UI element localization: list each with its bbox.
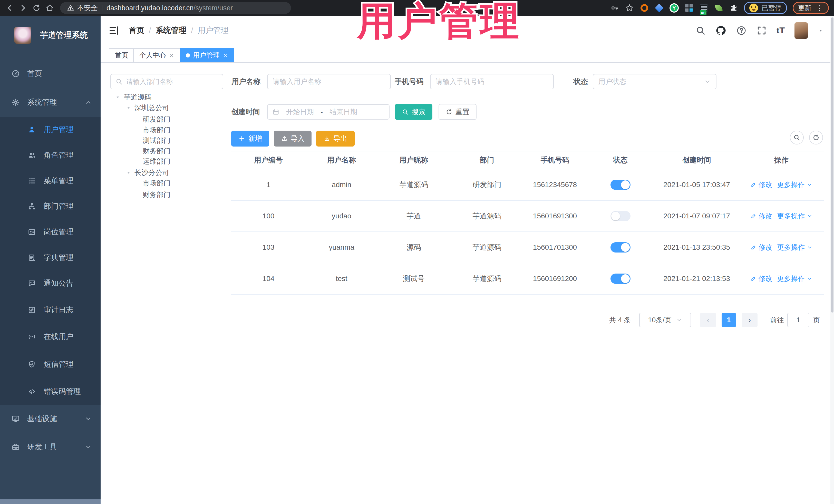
status-select[interactable]: 用户状态 bbox=[593, 74, 717, 89]
browser-update-button[interactable]: 更新 ⋮ bbox=[793, 2, 829, 14]
extension-green-y-icon[interactable]: Y bbox=[670, 3, 679, 13]
tree-expand-icon[interactable] bbox=[126, 170, 131, 176]
goto-page-input[interactable] bbox=[787, 313, 809, 327]
mobile-input[interactable] bbox=[430, 74, 554, 89]
sidebar-item-sms-mgmt[interactable]: 短信管理 bbox=[0, 352, 101, 377]
import-button[interactable]: 导入 bbox=[274, 131, 311, 147]
star-bookmark-icon[interactable] bbox=[625, 3, 634, 13]
tree-node-dept[interactable]: 测试部门 bbox=[143, 135, 170, 146]
address-bar[interactable]: 不安全 dashboard.yudao.iocoder.cn/system/us… bbox=[60, 2, 291, 14]
tree-node-dept[interactable]: 财务部门 bbox=[143, 146, 170, 156]
help-icon[interactable] bbox=[736, 25, 747, 36]
edit-link[interactable]: 修改 bbox=[750, 243, 772, 252]
sidebar-item-role-mgmt[interactable]: 角色管理 bbox=[0, 143, 101, 168]
extension-orange-icon[interactable] bbox=[640, 3, 649, 13]
more-actions-link[interactable]: 更多操作 bbox=[777, 180, 812, 190]
close-icon[interactable] bbox=[223, 53, 228, 58]
sidebar-item-dict-mgmt[interactable]: 字典管理 bbox=[0, 245, 101, 270]
tree-expand-icon[interactable] bbox=[126, 105, 131, 111]
user-avatar[interactable] bbox=[794, 22, 808, 39]
tab-user-mgmt[interactable]: 用户管理 bbox=[180, 48, 234, 62]
browser-back-button[interactable] bbox=[3, 1, 17, 15]
tree-node-company[interactable]: 深圳总公司 bbox=[126, 103, 169, 113]
status-toggle[interactable] bbox=[611, 273, 631, 284]
edit-link[interactable]: 修改 bbox=[750, 212, 772, 221]
browser-reload-button[interactable] bbox=[30, 1, 43, 15]
sidebar-item-online-users[interactable]: 在线用户 bbox=[0, 324, 101, 350]
next-page-button[interactable]: › bbox=[742, 313, 758, 327]
add-button[interactable]: 新增 bbox=[231, 131, 269, 147]
app-logo-row[interactable]: 芋道管理系统 bbox=[0, 21, 101, 49]
tab-profile[interactable]: 个人中心 bbox=[133, 48, 180, 62]
cell-user-id: 103 bbox=[231, 243, 306, 251]
sidebar-item-home[interactable]: 首页 bbox=[0, 61, 101, 86]
export-button[interactable]: 导出 bbox=[316, 131, 355, 147]
font-size-icon[interactable]: tT bbox=[776, 25, 785, 36]
tab-home[interactable]: 首页 bbox=[109, 48, 134, 62]
tree-node-dept[interactable]: 研发部门 bbox=[143, 114, 170, 125]
fullscreen-icon[interactable] bbox=[756, 25, 767, 36]
tree-node-dept[interactable]: 市场部门 bbox=[143, 178, 170, 188]
sidebar-item-menu-mgmt[interactable]: 菜单管理 bbox=[0, 168, 101, 194]
chevron-down-icon bbox=[85, 443, 92, 451]
sidebar-item-notice[interactable]: 通知公告 bbox=[0, 270, 101, 296]
refresh-table-button[interactable] bbox=[809, 131, 823, 145]
tree-expand-icon[interactable] bbox=[115, 94, 120, 100]
dept-search-input[interactable]: 请输入部门名称 bbox=[110, 74, 223, 89]
show-search-toggle-button[interactable] bbox=[790, 131, 804, 145]
username-input[interactable] bbox=[267, 74, 391, 89]
sidebar-item-audit-log[interactable]: 审计日志 bbox=[0, 297, 101, 323]
extension-blue-drop-icon[interactable] bbox=[655, 3, 664, 13]
extension-leaf-icon[interactable] bbox=[714, 3, 723, 13]
search-button[interactable]: 搜索 bbox=[395, 104, 432, 120]
sidebar-item-error-code[interactable]: 错误码管理 bbox=[0, 379, 101, 404]
scrollbar-thumb[interactable] bbox=[831, 18, 833, 312]
status-toggle[interactable] bbox=[611, 180, 631, 190]
browser-forward-button[interactable] bbox=[17, 1, 30, 15]
sidebar-item-dev-tools[interactable]: 研发工具 bbox=[0, 434, 101, 460]
prev-page-button[interactable]: ‹ bbox=[700, 313, 716, 327]
date-range-picker[interactable]: 开始日期 - 结束日期 bbox=[267, 104, 390, 119]
tree-node-root[interactable]: 芋道源码 bbox=[115, 92, 151, 103]
sidebar-item-dept-mgmt[interactable]: 部门管理 bbox=[0, 194, 101, 219]
github-icon[interactable] bbox=[716, 25, 726, 36]
cell-dept: 芋道源码 bbox=[451, 211, 524, 221]
more-actions-link[interactable]: 更多操作 bbox=[777, 274, 812, 283]
breadcrumb-home[interactable]: 首页 bbox=[129, 25, 144, 36]
status-toggle[interactable] bbox=[611, 211, 631, 221]
edit-link[interactable]: 修改 bbox=[750, 274, 772, 283]
header-search-icon[interactable] bbox=[696, 25, 706, 36]
status-select-placeholder: 用户状态 bbox=[598, 77, 626, 86]
extensions-puzzle-icon[interactable] bbox=[729, 3, 738, 13]
status-toggle[interactable] bbox=[611, 242, 631, 253]
sidebar-item-user-mgmt[interactable]: 用户管理 bbox=[0, 117, 101, 143]
caret-down-icon[interactable] bbox=[817, 27, 824, 34]
page-size-select[interactable]: 10条/页 bbox=[639, 313, 691, 327]
sidebar-item-post-mgmt[interactable]: 岗位管理 bbox=[0, 219, 101, 245]
breadcrumb-system[interactable]: 系统管理 bbox=[155, 25, 186, 36]
tree-node-dept[interactable]: 运维部门 bbox=[143, 156, 170, 167]
site-security-chip[interactable]: 不安全 bbox=[67, 3, 98, 13]
cell-nickname: 芋道 bbox=[377, 211, 451, 221]
more-actions-link[interactable]: 更多操作 bbox=[777, 212, 812, 221]
more-actions-link[interactable]: 更多操作 bbox=[777, 243, 812, 252]
pencil-icon bbox=[750, 182, 756, 188]
sidebar-item-system[interactable]: 系统管理 bbox=[0, 90, 101, 115]
extension-list-icon[interactable]: on bbox=[699, 3, 708, 13]
tree-node-branch[interactable]: 长沙分公司 bbox=[126, 167, 169, 178]
tree-node-dept[interactable]: 财务部门 bbox=[143, 190, 170, 200]
reset-button[interactable]: 重置 bbox=[439, 104, 477, 120]
page-number-1[interactable]: 1 bbox=[722, 313, 736, 327]
page-scrollbar[interactable] bbox=[830, 16, 834, 504]
extension-grid-icon[interactable] bbox=[684, 3, 694, 13]
browser-menu-icon[interactable]: ⋮ bbox=[816, 4, 824, 12]
chevron-down-icon bbox=[28, 307, 35, 313]
key-icon[interactable] bbox=[611, 4, 619, 12]
sidebar-item-infrastructure[interactable]: 基础设施 bbox=[0, 406, 101, 432]
close-icon[interactable] bbox=[169, 53, 174, 58]
tree-node-dept[interactable]: 市场部门 bbox=[143, 125, 170, 135]
browser-home-button[interactable] bbox=[43, 1, 57, 15]
profile-paused-chip[interactable]: 已暂停 bbox=[744, 2, 787, 14]
edit-link[interactable]: 修改 bbox=[750, 180, 772, 190]
sidebar-collapse-icon[interactable] bbox=[109, 25, 119, 36]
